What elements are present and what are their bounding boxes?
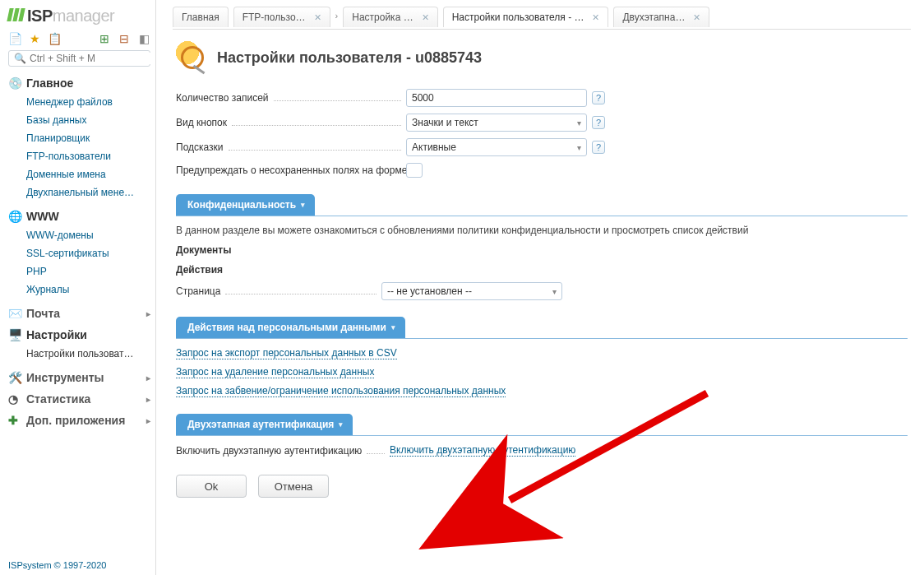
settings-form: Количество записей ? Вид кнопок Значки и… — [176, 89, 908, 498]
nav-item-ftp-users[interactable]: FTP-пользователи — [8, 147, 150, 165]
select-hints[interactable]: Активные▾ — [406, 138, 587, 156]
section-2fa: Двухэтапная аутентификация▾ — [176, 414, 908, 436]
search-icon: 🔍 — [14, 53, 26, 64]
link-export-csv[interactable]: Запрос на экспорт персональных данных в … — [176, 347, 397, 359]
close-icon[interactable]: ✕ — [422, 12, 429, 23]
help-icon[interactable]: ? — [592, 116, 605, 129]
nav-item-twopane[interactable]: Двухпанельный мене… — [8, 183, 150, 202]
link-restrict-data[interactable]: Запрос на забвение/ограничение использов… — [176, 385, 506, 397]
page-title: Настройки пользователя - u0885743 — [217, 49, 482, 67]
tools-icon: 🛠️ — [8, 371, 21, 384]
search-box[interactable]: 🔍 — [8, 50, 150, 67]
tab-bar: Главная FTP-пользо…✕ › Настройка …✕ Наст… — [173, 5, 911, 30]
chevron-right-icon: ▸ — [146, 395, 150, 404]
nav-section-stats[interactable]: ◔ Статистика ▸ — [8, 392, 150, 406]
input-records[interactable] — [406, 89, 587, 107]
chevron-down-icon: ▾ — [577, 143, 581, 152]
section-pill-personal[interactable]: Действия над персональными данными▾ — [176, 317, 405, 338]
nav-section-mail[interactable]: ✉️ Почта ▸ — [8, 307, 150, 320]
logo-isp: ISP — [27, 7, 53, 25]
close-icon[interactable]: ✕ — [314, 12, 321, 23]
tab-2fa[interactable]: Двухэтапна…✕ — [613, 7, 709, 27]
close-icon[interactable]: ✕ — [592, 12, 599, 23]
select-buttons-view[interactable]: Значки и текст▾ — [406, 114, 587, 132]
logo-mgr: manager — [53, 7, 114, 25]
clipboard-icon[interactable]: 📋 — [48, 32, 61, 45]
breadcrumb-separator-icon: › — [335, 11, 339, 24]
star-icon[interactable]: ★ — [28, 32, 41, 45]
nav-section-label: Главное — [26, 77, 73, 90]
nav-item-ssl[interactable]: SSL-сертификаты — [8, 244, 150, 262]
nav-item-www-domains[interactable]: WWW-домены — [8, 226, 150, 244]
section-personal-data: Действия над персональными данными▾ — [176, 317, 908, 339]
nav-section-www[interactable]: 🌐 WWW — [8, 210, 150, 223]
tab-configure[interactable]: Настройка …✕ — [343, 7, 437, 27]
cancel-button[interactable]: Отмена — [258, 475, 329, 498]
tab-label: Настройка … — [352, 12, 413, 23]
checkbox-warn[interactable] — [406, 163, 423, 178]
row-hints: Подсказки Активные▾ ? — [176, 138, 908, 156]
close-icon[interactable]: ✕ — [693, 12, 700, 23]
nav-section-settings[interactable]: 🖥️ Настройки — [8, 328, 150, 341]
select-value: Значки и текст — [412, 117, 478, 128]
tab-user-settings[interactable]: Настройки пользователя - …✕ — [443, 7, 609, 27]
select-value: Активные — [412, 141, 456, 153]
label-hints: Подсказки — [176, 141, 224, 153]
label-buttons-view: Вид кнопок — [176, 117, 227, 128]
nav-item-user-settings[interactable]: Настройки пользоват… — [8, 345, 150, 363]
label-page: Страница — [176, 285, 220, 297]
nav-item-domains[interactable]: Доменные имена — [8, 165, 150, 183]
chevron-right-icon: ▸ — [146, 309, 150, 318]
triangle-down-icon: ▾ — [301, 201, 305, 209]
select-value: -- не установлен -- — [387, 285, 472, 297]
logo-bars-icon — [8, 8, 24, 21]
page-head: Настройки пользователя - u0885743 — [176, 41, 911, 74]
label-2fa: Включить двухэтапную аутентификацию — [176, 445, 362, 457]
nav-item-logs[interactable]: Журналы — [8, 281, 150, 299]
privacy-note: В данном разделе вы можете ознакомиться … — [176, 225, 908, 236]
nav-section-label: Инструменты — [26, 371, 104, 384]
help-icon[interactable]: ? — [592, 91, 605, 104]
section-pill-label: Действия над персональными данными — [187, 322, 386, 333]
section-pill-privacy[interactable]: Конфиденциальность▾ — [176, 194, 315, 216]
search-input[interactable] — [30, 53, 153, 64]
nav-section-tools[interactable]: 🛠️ Инструменты ▸ — [8, 371, 150, 384]
nav-item-databases[interactable]: Базы данных — [8, 111, 150, 129]
tab-home[interactable]: Главная — [173, 7, 229, 27]
nav-section-main[interactable]: 💿 Главное — [8, 77, 150, 90]
privacy-actions-head: Действия — [176, 264, 908, 276]
sidebar: ISPmanager 📄 ★ 📋 ⊞ ⊟ ◧ 🔍 💿 Главное Менед… — [0, 0, 156, 575]
section-pill-label: Конфиденциальность — [187, 199, 296, 211]
chevron-down-icon: ▾ — [577, 118, 581, 128]
pie-icon: ◔ — [8, 392, 21, 406]
logo: ISPmanager — [8, 7, 150, 26]
mail-icon: ✉️ — [8, 307, 21, 320]
chevron-right-icon: ▸ — [146, 416, 150, 425]
pin-icon[interactable]: ◧ — [137, 32, 150, 45]
nav-section-label: Почта — [26, 307, 60, 320]
settings-gear-icon — [176, 41, 209, 74]
row-warn-unsaved: Предупреждать о несохраненных полях на ф… — [176, 163, 908, 178]
help-icon[interactable]: ? — [592, 141, 605, 154]
tab-ftp[interactable]: FTP-пользо…✕ — [233, 7, 330, 27]
nav-item-php[interactable]: PHP — [8, 262, 150, 281]
nav-item-filemanager[interactable]: Менеджер файлов — [8, 93, 150, 111]
note-icon[interactable]: 📄 — [8, 32, 21, 45]
expand-plus-icon[interactable]: ⊞ — [98, 32, 111, 45]
tab-label: Настройки пользователя - … — [452, 12, 584, 23]
ok-button[interactable]: Ok — [176, 475, 247, 498]
link-delete-data[interactable]: Запрос на удаление персональных данных — [176, 366, 374, 378]
nav-section-label: Статистика — [26, 392, 90, 406]
section-pill-label: Двухэтапная аутентификация — [187, 419, 334, 430]
label-warn: Предупреждать о несохраненных полях на ф… — [176, 165, 407, 176]
globe-icon: 🌐 — [8, 210, 21, 223]
section-pill-2fa[interactable]: Двухэтапная аутентификация▾ — [176, 414, 353, 435]
main-area: Главная FTP-пользо…✕ › Настройка …✕ Наст… — [164, 0, 924, 575]
sidebar-toolbar: 📄 ★ 📋 ⊞ ⊟ ◧ — [8, 32, 150, 45]
link-enable-2fa[interactable]: Включить двухэтапную аутентификацию — [390, 444, 575, 457]
nav-item-scheduler[interactable]: Планировщик — [8, 129, 150, 147]
select-page[interactable]: -- не установлен --▾ — [381, 282, 562, 300]
chevron-right-icon: ▸ — [146, 373, 150, 383]
collapse-minus-icon[interactable]: ⊟ — [118, 32, 131, 45]
nav-section-addons[interactable]: ✚ Доп. приложения ▸ — [8, 414, 150, 427]
